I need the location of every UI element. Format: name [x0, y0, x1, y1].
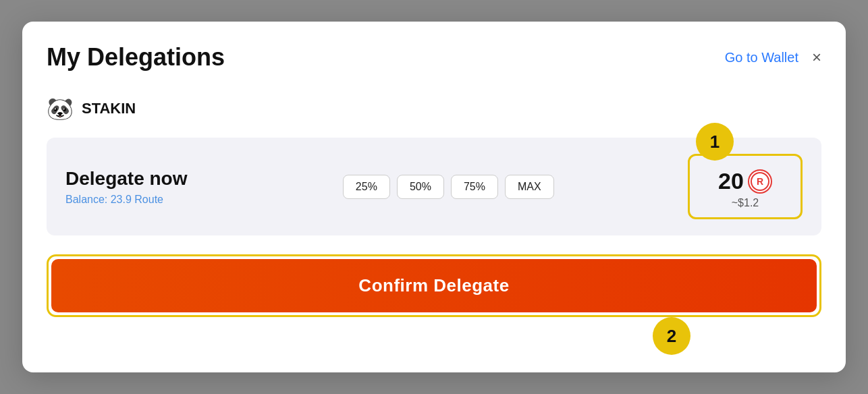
validator-row: 🐼 STAKIN [47, 96, 821, 121]
annotation-bubble-2: 2 [653, 317, 690, 355]
amount-box: 20 R ~$1.2 [688, 154, 803, 219]
percent-50-button[interactable]: 50% [397, 175, 444, 199]
validator-name: STAKIN [82, 100, 136, 117]
modal-body: 1 Delegate now Balance: 23.9 Route 25% 5… [47, 138, 821, 317]
validator-icon: 🐼 [47, 96, 74, 121]
percent-25-button[interactable]: 25% [343, 175, 390, 199]
confirm-delegate-button[interactable]: Confirm Delegate [51, 259, 817, 312]
go-to-wallet-button[interactable]: Go to Wallet [725, 50, 798, 65]
header-actions: Go to Wallet × [725, 49, 821, 65]
close-button[interactable]: × [812, 49, 821, 65]
annotation-bubble-1: 1 [696, 123, 734, 161]
delegate-now-label: Delegate now [65, 168, 187, 190]
svg-text:R: R [757, 176, 763, 187]
usd-value: ~$1.2 [732, 197, 759, 209]
delegate-left: Delegate now Balance: 23.9 Route [65, 168, 187, 206]
route-token-icon: R [748, 169, 772, 194]
modal-header: My Delegations Go to Wallet × [47, 43, 821, 72]
percent-buttons: 25% 50% 75% MAX [343, 175, 554, 199]
confirm-wrapper: Confirm Delegate [47, 254, 821, 317]
amount-value: 20 [718, 168, 744, 194]
amount-row: 20 R [718, 168, 772, 194]
modal-title: My Delegations [47, 43, 225, 72]
percent-max-button[interactable]: MAX [505, 175, 554, 199]
balance-label: Balance: 23.9 Route [65, 194, 187, 206]
percent-75-button[interactable]: 75% [451, 175, 498, 199]
modal-container: My Delegations Go to Wallet × 🐼 STAKIN 1… [22, 22, 846, 372]
